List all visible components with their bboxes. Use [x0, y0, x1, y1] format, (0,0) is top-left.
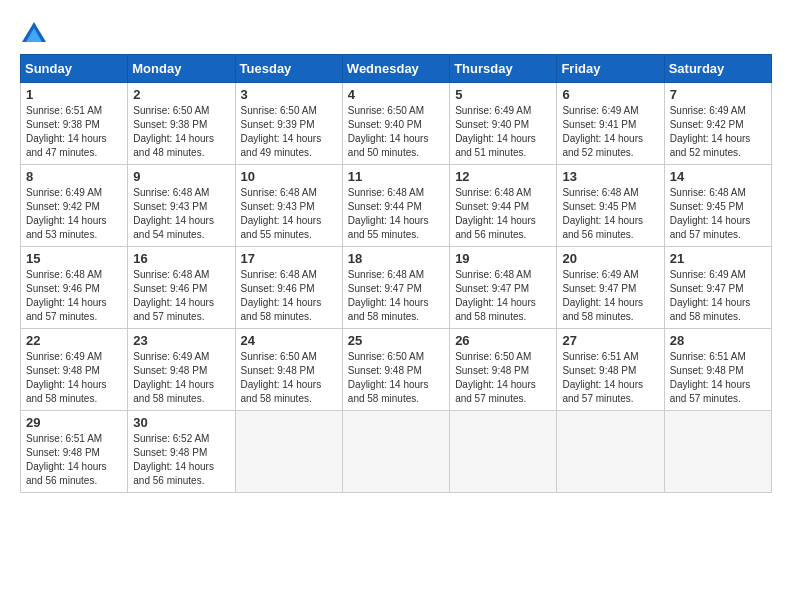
day-number: 14	[670, 169, 766, 184]
day-detail: Sunrise: 6:50 AMSunset: 9:40 PMDaylight:…	[348, 105, 429, 158]
logo	[20, 20, 52, 48]
calendar-cell: 22Sunrise: 6:49 AMSunset: 9:48 PMDayligh…	[21, 329, 128, 411]
day-number: 6	[562, 87, 658, 102]
calendar-cell: 14Sunrise: 6:48 AMSunset: 9:45 PMDayligh…	[664, 165, 771, 247]
day-number: 22	[26, 333, 122, 348]
week-row: 15Sunrise: 6:48 AMSunset: 9:46 PMDayligh…	[21, 247, 772, 329]
day-detail: Sunrise: 6:49 AMSunset: 9:40 PMDaylight:…	[455, 105, 536, 158]
day-number: 13	[562, 169, 658, 184]
calendar-cell: 16Sunrise: 6:48 AMSunset: 9:46 PMDayligh…	[128, 247, 235, 329]
day-detail: Sunrise: 6:48 AMSunset: 9:43 PMDaylight:…	[133, 187, 214, 240]
calendar-table: SundayMondayTuesdayWednesdayThursdayFrid…	[20, 54, 772, 493]
day-detail: Sunrise: 6:51 AMSunset: 9:48 PMDaylight:…	[670, 351, 751, 404]
day-number: 16	[133, 251, 229, 266]
day-detail: Sunrise: 6:50 AMSunset: 9:48 PMDaylight:…	[348, 351, 429, 404]
day-number: 1	[26, 87, 122, 102]
day-detail: Sunrise: 6:49 AMSunset: 9:42 PMDaylight:…	[670, 105, 751, 158]
day-number: 10	[241, 169, 337, 184]
day-number: 26	[455, 333, 551, 348]
day-number: 27	[562, 333, 658, 348]
day-detail: Sunrise: 6:50 AMSunset: 9:39 PMDaylight:…	[241, 105, 322, 158]
calendar-cell: 25Sunrise: 6:50 AMSunset: 9:48 PMDayligh…	[342, 329, 449, 411]
day-detail: Sunrise: 6:48 AMSunset: 9:43 PMDaylight:…	[241, 187, 322, 240]
weekday-header: Sunday	[21, 55, 128, 83]
day-number: 24	[241, 333, 337, 348]
calendar-cell: 27Sunrise: 6:51 AMSunset: 9:48 PMDayligh…	[557, 329, 664, 411]
calendar-cell: 26Sunrise: 6:50 AMSunset: 9:48 PMDayligh…	[450, 329, 557, 411]
day-detail: Sunrise: 6:51 AMSunset: 9:48 PMDaylight:…	[562, 351, 643, 404]
calendar-cell: 19Sunrise: 6:48 AMSunset: 9:47 PMDayligh…	[450, 247, 557, 329]
calendar-cell: 12Sunrise: 6:48 AMSunset: 9:44 PMDayligh…	[450, 165, 557, 247]
calendar-cell: 8Sunrise: 6:49 AMSunset: 9:42 PMDaylight…	[21, 165, 128, 247]
day-detail: Sunrise: 6:49 AMSunset: 9:47 PMDaylight:…	[670, 269, 751, 322]
day-detail: Sunrise: 6:48 AMSunset: 9:46 PMDaylight:…	[26, 269, 107, 322]
calendar-cell: 1Sunrise: 6:51 AMSunset: 9:38 PMDaylight…	[21, 83, 128, 165]
day-number: 2	[133, 87, 229, 102]
day-detail: Sunrise: 6:50 AMSunset: 9:48 PMDaylight:…	[455, 351, 536, 404]
day-number: 29	[26, 415, 122, 430]
day-number: 9	[133, 169, 229, 184]
calendar-cell: 24Sunrise: 6:50 AMSunset: 9:48 PMDayligh…	[235, 329, 342, 411]
day-number: 4	[348, 87, 444, 102]
day-detail: Sunrise: 6:49 AMSunset: 9:41 PMDaylight:…	[562, 105, 643, 158]
day-number: 11	[348, 169, 444, 184]
calendar-cell: 7Sunrise: 6:49 AMSunset: 9:42 PMDaylight…	[664, 83, 771, 165]
weekday-header-row: SundayMondayTuesdayWednesdayThursdayFrid…	[21, 55, 772, 83]
day-detail: Sunrise: 6:48 AMSunset: 9:47 PMDaylight:…	[455, 269, 536, 322]
weekday-header: Saturday	[664, 55, 771, 83]
day-detail: Sunrise: 6:51 AMSunset: 9:48 PMDaylight:…	[26, 433, 107, 486]
day-number: 23	[133, 333, 229, 348]
calendar-cell: 28Sunrise: 6:51 AMSunset: 9:48 PMDayligh…	[664, 329, 771, 411]
calendar-cell: 2Sunrise: 6:50 AMSunset: 9:38 PMDaylight…	[128, 83, 235, 165]
day-detail: Sunrise: 6:48 AMSunset: 9:45 PMDaylight:…	[562, 187, 643, 240]
weekday-header: Monday	[128, 55, 235, 83]
weekday-header: Thursday	[450, 55, 557, 83]
calendar-cell	[450, 411, 557, 493]
day-detail: Sunrise: 6:49 AMSunset: 9:42 PMDaylight:…	[26, 187, 107, 240]
day-detail: Sunrise: 6:49 AMSunset: 9:48 PMDaylight:…	[133, 351, 214, 404]
week-row: 29Sunrise: 6:51 AMSunset: 9:48 PMDayligh…	[21, 411, 772, 493]
day-number: 18	[348, 251, 444, 266]
day-detail: Sunrise: 6:48 AMSunset: 9:45 PMDaylight:…	[670, 187, 751, 240]
day-detail: Sunrise: 6:52 AMSunset: 9:48 PMDaylight:…	[133, 433, 214, 486]
calendar-cell: 29Sunrise: 6:51 AMSunset: 9:48 PMDayligh…	[21, 411, 128, 493]
day-number: 5	[455, 87, 551, 102]
calendar-cell	[557, 411, 664, 493]
day-number: 7	[670, 87, 766, 102]
calendar-cell: 17Sunrise: 6:48 AMSunset: 9:46 PMDayligh…	[235, 247, 342, 329]
calendar-cell: 6Sunrise: 6:49 AMSunset: 9:41 PMDaylight…	[557, 83, 664, 165]
calendar-cell: 20Sunrise: 6:49 AMSunset: 9:47 PMDayligh…	[557, 247, 664, 329]
calendar-cell: 10Sunrise: 6:48 AMSunset: 9:43 PMDayligh…	[235, 165, 342, 247]
calendar-cell: 11Sunrise: 6:48 AMSunset: 9:44 PMDayligh…	[342, 165, 449, 247]
calendar-cell: 18Sunrise: 6:48 AMSunset: 9:47 PMDayligh…	[342, 247, 449, 329]
day-number: 3	[241, 87, 337, 102]
day-detail: Sunrise: 6:49 AMSunset: 9:47 PMDaylight:…	[562, 269, 643, 322]
calendar-cell	[664, 411, 771, 493]
weekday-header: Tuesday	[235, 55, 342, 83]
day-detail: Sunrise: 6:48 AMSunset: 9:46 PMDaylight:…	[133, 269, 214, 322]
day-number: 28	[670, 333, 766, 348]
week-row: 1Sunrise: 6:51 AMSunset: 9:38 PMDaylight…	[21, 83, 772, 165]
day-detail: Sunrise: 6:49 AMSunset: 9:48 PMDaylight:…	[26, 351, 107, 404]
calendar-cell: 5Sunrise: 6:49 AMSunset: 9:40 PMDaylight…	[450, 83, 557, 165]
page-header	[20, 20, 772, 48]
day-number: 8	[26, 169, 122, 184]
calendar-cell: 13Sunrise: 6:48 AMSunset: 9:45 PMDayligh…	[557, 165, 664, 247]
day-number: 19	[455, 251, 551, 266]
day-number: 30	[133, 415, 229, 430]
weekday-header: Wednesday	[342, 55, 449, 83]
calendar-cell: 3Sunrise: 6:50 AMSunset: 9:39 PMDaylight…	[235, 83, 342, 165]
day-detail: Sunrise: 6:48 AMSunset: 9:44 PMDaylight:…	[348, 187, 429, 240]
calendar-cell: 30Sunrise: 6:52 AMSunset: 9:48 PMDayligh…	[128, 411, 235, 493]
day-number: 15	[26, 251, 122, 266]
day-number: 12	[455, 169, 551, 184]
day-detail: Sunrise: 6:51 AMSunset: 9:38 PMDaylight:…	[26, 105, 107, 158]
calendar-cell: 21Sunrise: 6:49 AMSunset: 9:47 PMDayligh…	[664, 247, 771, 329]
logo-icon	[20, 20, 48, 48]
week-row: 22Sunrise: 6:49 AMSunset: 9:48 PMDayligh…	[21, 329, 772, 411]
day-number: 21	[670, 251, 766, 266]
calendar-cell	[235, 411, 342, 493]
week-row: 8Sunrise: 6:49 AMSunset: 9:42 PMDaylight…	[21, 165, 772, 247]
calendar-cell: 15Sunrise: 6:48 AMSunset: 9:46 PMDayligh…	[21, 247, 128, 329]
day-number: 17	[241, 251, 337, 266]
